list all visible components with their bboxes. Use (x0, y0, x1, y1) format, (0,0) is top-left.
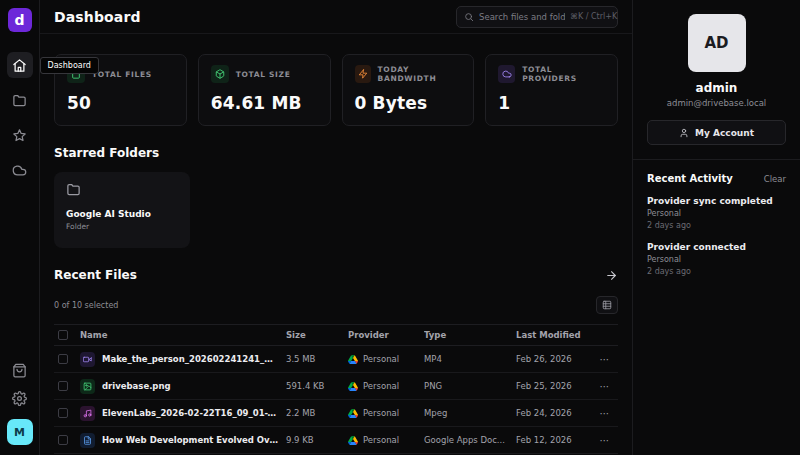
row-checkbox[interactable] (58, 354, 68, 364)
table-row[interactable]: drivebase.png 591.4 KB Personal PNG Feb … (54, 373, 618, 400)
folder-name: Google AI Studio (66, 209, 178, 219)
stat-value: 64.61 MB (211, 93, 318, 113)
column-header-type[interactable]: Type (424, 330, 516, 340)
row-actions-icon[interactable]: ⋯ (592, 435, 618, 446)
drive-provider-icon (348, 409, 358, 418)
row-actions-icon[interactable]: ⋯ (592, 408, 618, 419)
my-account-button[interactable]: My Account (647, 120, 786, 145)
dashboard-tooltip: Dashboard (40, 57, 99, 74)
select-all-checkbox[interactable] (58, 330, 68, 340)
column-header-modified[interactable]: Last Modified (516, 330, 592, 340)
activity-item: Provider connected Personal 2 days ago (647, 242, 786, 276)
stat-value: 1 (498, 93, 605, 113)
last-modified: Feb 26, 2026 (516, 354, 592, 364)
user-icon (679, 128, 689, 138)
stat-value: 0 Bytes (355, 93, 462, 113)
topbar: Dashboard ⌘K / Ctrl+K (40, 0, 632, 34)
last-modified: Feb 24, 2026 (516, 408, 592, 418)
stat-card-total-size: TOTAL SIZE 64.61 MB (198, 54, 331, 126)
table-row[interactable]: How Web Development Evolved Over Time 9.… (54, 427, 618, 454)
drive-provider-icon (348, 355, 358, 364)
table-toolbar: 0 of 10 selected (54, 296, 618, 314)
sidebar-bottom: M (7, 363, 33, 445)
zap-icon (355, 65, 371, 83)
row-checkbox[interactable] (58, 381, 68, 391)
gear-icon[interactable] (12, 391, 27, 406)
grid-view-icon[interactable] (596, 296, 618, 314)
stat-cards: TOTAL FILES 50 TOTAL SIZE 64.61 MB (54, 54, 618, 126)
file-name: How Web Development Evolved Over Time (102, 435, 280, 445)
sidebar-item-dashboard[interactable]: Dashboard (7, 52, 33, 78)
row-actions-icon[interactable]: ⋯ (592, 381, 618, 392)
file-type: MP4 (424, 354, 516, 364)
sidebar-item-starred[interactable] (7, 122, 33, 148)
column-header-size[interactable]: Size (286, 330, 348, 340)
profile-section: AD admin admin@drivebase.local My Accoun… (647, 14, 786, 145)
provider-name: Personal (363, 354, 399, 364)
recent-activity-header: Recent Activity Clear (647, 173, 786, 184)
stat-label: TOTAL SIZE (236, 70, 291, 79)
search-shortcut: ⌘K / Ctrl+K (570, 12, 617, 21)
folder-icon (66, 182, 178, 197)
file-type: PNG (424, 381, 516, 391)
activity-item: Provider sync completed Personal 2 days … (647, 196, 786, 230)
sidebar: d Dashboard (0, 0, 40, 455)
table-header-row: Name Size Provider Type Last Modified (54, 324, 618, 346)
folder-type: Folder (66, 222, 178, 231)
row-actions-icon[interactable]: ⋯ (592, 354, 618, 365)
activity-time: 2 days ago (647, 267, 786, 276)
provider-name: Personal (363, 435, 399, 445)
activity-title-text: Provider sync completed (647, 196, 786, 206)
sidebar-item-files[interactable] (7, 87, 33, 113)
table-row[interactable]: ElevenLabs_2026-02-22T16_09_01-Victoria … (54, 400, 618, 427)
table-row[interactable]: Make_the_person_202602241241_wkkxb.mp4 3… (54, 346, 618, 373)
provider-name: Personal (363, 408, 399, 418)
doc-file-icon (80, 433, 95, 448)
stat-label: TOTAL PROVIDERS (522, 65, 605, 83)
search-bar[interactable]: ⌘K / Ctrl+K (456, 6, 618, 28)
starred-folders-title: Starred Folders (54, 146, 618, 160)
sidebar-nav: Dashboard (7, 52, 33, 183)
activity-time: 2 days ago (647, 221, 786, 230)
cloud-icon (12, 163, 27, 178)
file-size: 3.5 MB (286, 354, 348, 364)
clear-activity-button[interactable]: Clear (764, 174, 786, 184)
profile-avatar: AD (688, 14, 746, 72)
app-root: d Dashboard (0, 0, 800, 455)
recent-files-title: Recent Files (54, 268, 137, 282)
last-modified: Feb 25, 2026 (516, 381, 592, 391)
provider-name: Personal (363, 381, 399, 391)
box-icon (211, 65, 229, 83)
file-name: Make_the_person_202602241241_wkkxb.mp4 (102, 354, 280, 364)
activity-subtitle: Personal (647, 255, 786, 264)
sidebar-item-providers[interactable] (7, 157, 33, 183)
file-type: Mpeg (424, 408, 516, 418)
drive-provider-icon (348, 436, 358, 445)
folder-icon (12, 93, 27, 108)
user-avatar[interactable]: M (7, 419, 33, 445)
starred-folder-card[interactable]: Google AI Studio Folder (54, 172, 190, 248)
search-input[interactable] (479, 12, 565, 22)
starred-folders-section: Starred Folders Google AI Studio Folder (54, 146, 618, 248)
recent-activity-title: Recent Activity (647, 173, 733, 184)
row-checkbox[interactable] (58, 408, 68, 418)
image-file-icon (80, 379, 95, 394)
cloud-icon (498, 65, 515, 83)
audio-file-icon (80, 406, 95, 421)
dashboard-content: TOTAL FILES 50 TOTAL SIZE 64.61 MB (40, 34, 632, 455)
file-type: Google Apps Doc... (424, 435, 516, 445)
arrow-right-icon[interactable] (605, 269, 618, 282)
column-header-name[interactable]: Name (80, 330, 286, 340)
activity-subtitle: Personal (647, 209, 786, 218)
recent-files-table: Name Size Provider Type Last Modified (54, 324, 618, 454)
file-name: ElevenLabs_2026-02-22T16_09_01-Victoria … (102, 408, 280, 418)
column-header-provider[interactable]: Provider (348, 330, 424, 340)
row-checkbox[interactable] (58, 435, 68, 445)
app-logo: d (8, 8, 32, 32)
star-icon (12, 128, 27, 143)
drive-provider-icon (348, 382, 358, 391)
bag-icon[interactable] (12, 363, 27, 378)
right-panel: AD admin admin@drivebase.local My Accoun… (632, 0, 800, 455)
stat-card-total-providers: TOTAL PROVIDERS 1 (485, 54, 618, 126)
file-size: 2.2 MB (286, 408, 348, 418)
